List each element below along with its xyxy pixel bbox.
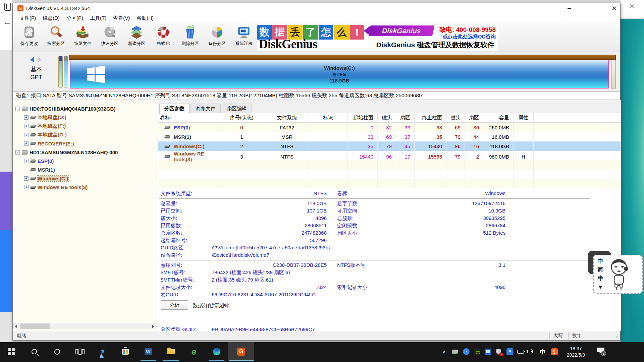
tree-expander-icon[interactable]: -	[15, 150, 20, 155]
tray-nvidia[interactable]	[473, 348, 481, 356]
table-row-windows-re[interactable]: Windows RE tools(3) 3 NTFS 15440 96 17 1…	[158, 151, 621, 160]
tray-power[interactable]	[517, 348, 525, 356]
format-button[interactable]: 格式化	[150, 24, 176, 51]
menu-help[interactable]: 帮助(H)	[133, 14, 157, 22]
tree-item-windows-c[interactable]: + Windows(C:)	[24, 174, 68, 182]
table-row-windows-c-selected[interactable]: Windows(C:) 2 NTFS 35 79 45 15440 96 16 …	[158, 141, 621, 151]
tray-sogou[interactable]: S	[550, 348, 558, 356]
column-header[interactable]: 序号(状态)	[218, 113, 265, 122]
tree-item-local-f[interactable]: + 本地磁盘(F:)	[24, 122, 66, 130]
analyze-button[interactable]: 分析	[161, 300, 188, 310]
tree-item-esp[interactable]: + ESP(0)	[24, 157, 54, 165]
column-header[interactable]: 起始柱面	[347, 113, 378, 122]
system-migration-button[interactable]: 系统迁移	[231, 24, 257, 51]
column-header[interactable]: 文件系统	[265, 113, 309, 122]
edge-button[interactable]	[205, 342, 228, 361]
tab-partition-parameters[interactable]: 分区参数	[159, 104, 190, 114]
tab-browse-files[interactable]: 浏览文件	[191, 104, 221, 113]
scroll-right-icon[interactable]	[38, 57, 42, 63]
tray-intel-graphics[interactable]	[484, 348, 492, 356]
action-center-button[interactable]: 2	[594, 342, 608, 361]
microsoft-store-button[interactable]	[114, 342, 137, 361]
menu-disk[interactable]: 磁盘(D)	[39, 14, 63, 22]
background-more-icon[interactable]: ···	[626, 10, 633, 16]
menu-file[interactable]: 文件(F)	[16, 14, 39, 22]
msr-partition-block[interactable]	[64, 56, 68, 87]
recover-files-button[interactable]: 恢复文件	[70, 24, 96, 51]
close-button[interactable]	[606, 3, 623, 14]
scrollbar-thumb[interactable]	[20, 323, 50, 329]
background-close-icon[interactable]	[630, 4, 634, 8]
save-changes-button[interactable]: 保存更改	[16, 24, 42, 51]
menu-tools[interactable]: 工具(T)	[87, 14, 110, 22]
resize-grip[interactable]	[615, 335, 619, 339]
sogou-ime-status-panel[interactable]: 中 简 半 ♥	[593, 255, 643, 294]
disk-header-strip[interactable]	[69, 55, 616, 60]
tab-sector-editor[interactable]: 扇区编辑	[222, 104, 252, 113]
tree-item-msr[interactable]: MSR(1)	[31, 166, 55, 174]
start-button[interactable]	[0, 342, 23, 361]
column-header[interactable]: 容量	[483, 113, 514, 122]
banner-qq-link[interactable]: 或点击此处选择QQ咨询	[443, 34, 496, 40]
scrollbar-right-button[interactable]	[150, 323, 157, 330]
diskgenius-taskbar-button[interactable]: G	[228, 342, 254, 361]
column-header[interactable]: 磁头	[446, 113, 465, 122]
ime-mode-halfwidth[interactable]: 半	[594, 274, 607, 283]
column-header[interactable]: 终止柱面	[415, 113, 446, 122]
ime-heart-icon[interactable]: ♥	[594, 283, 607, 292]
minimize-button[interactable]	[561, 3, 578, 14]
tree-expander-icon[interactable]: +	[24, 185, 29, 189]
backup-partition-button[interactable]: 备份分区	[204, 24, 230, 51]
word-button[interactable]: W	[137, 342, 160, 361]
back-arrow-icon[interactable]: ←	[3, 17, 11, 27]
tree-item-windows-re[interactable]: + Windows RE tools(3)	[24, 183, 88, 191]
tray-volume[interactable]	[528, 348, 536, 356]
tree-horizontal-scrollbar[interactable]	[13, 323, 157, 329]
windows-c-partition-block[interactable]: Windows(C:) NTFS 118.0GB	[70, 60, 609, 88]
column-header[interactable]: 标识	[309, 113, 347, 122]
tree-expander-icon[interactable]: +	[24, 133, 29, 137]
tree-expander-icon[interactable]: +	[24, 159, 29, 163]
column-header[interactable]: 扇区	[465, 113, 483, 122]
tray-expand-button[interactable]: ∧	[440, 348, 448, 356]
file-explorer-button[interactable]	[160, 342, 182, 361]
quick-partition-button[interactable]: 快速分区	[97, 24, 123, 51]
column-header[interactable]: 磁头	[378, 113, 396, 122]
tree-expander-icon[interactable]: -	[15, 107, 20, 111]
column-header[interactable]: 卷标	[158, 113, 218, 122]
tree-item-local-g[interactable]: + 本地磁盘(G:)	[24, 131, 67, 139]
table-row-msr[interactable]: MSR(1) 1 MSR 33 69 37 35 79 44 16.0MB	[158, 132, 621, 141]
ime-mode-chinese[interactable]: 中	[594, 257, 607, 265]
internet-explorer-button[interactable]: e	[182, 342, 205, 361]
tree-expander-icon[interactable]: +	[24, 176, 29, 181]
tree-expander-icon[interactable]: +	[24, 141, 29, 146]
column-header[interactable]: 属性	[514, 113, 534, 122]
tray-defender[interactable]: ✕	[494, 348, 502, 356]
delete-partition-button[interactable]: 删除分区	[177, 24, 203, 51]
tray-printer-status[interactable]	[451, 348, 459, 356]
tree-item-hd0[interactable]: - HD0:TOSHIBAMQ04ABF100(932GB)	[15, 105, 115, 113]
table-row-esp[interactable]: ESP(0) 0 FAT32 0 32 33 33 69 36 260.0MB	[158, 123, 621, 132]
maximize-button[interactable]	[583, 3, 600, 14]
tree-item-hd1[interactable]: - HD1:SAMSUNGMZNLN128HAHQ-000	[15, 148, 118, 156]
ime-mode-simplified[interactable]: 简	[594, 265, 607, 274]
cortana-button[interactable]	[46, 342, 68, 361]
task-view-button[interactable]	[68, 342, 91, 361]
scrollbar-left-button[interactable]	[13, 323, 19, 330]
taskbar-search-button[interactable]	[23, 342, 46, 361]
menu-partition[interactable]: 分区(P)	[63, 14, 87, 22]
tray-ime-mode[interactable]: 中	[539, 348, 547, 356]
tray-snowflake-app[interactable]: *	[506, 348, 514, 356]
pinned-app-button[interactable]	[91, 342, 114, 361]
tree-item-recovery-e[interactable]: + RECOVERY(E:)	[24, 139, 74, 147]
tray-dingtalk[interactable]: ›	[462, 348, 470, 356]
tree-item-local-d[interactable]: + 本地磁盘(D:)	[24, 113, 66, 121]
taskbar-clock[interactable]: 18:37 2022/5/9	[561, 346, 591, 358]
search-partition-button[interactable]: 搜索分区	[43, 24, 69, 51]
esp-partition-block[interactable]	[58, 56, 63, 87]
recovery-partition-block[interactable]	[611, 60, 616, 88]
tree-expander-icon[interactable]: +	[24, 124, 29, 128]
menu-view[interactable]: 查看(V)	[110, 14, 133, 22]
scroll-left-icon[interactable]	[30, 57, 34, 63]
column-header[interactable]: 扇区	[396, 113, 415, 122]
